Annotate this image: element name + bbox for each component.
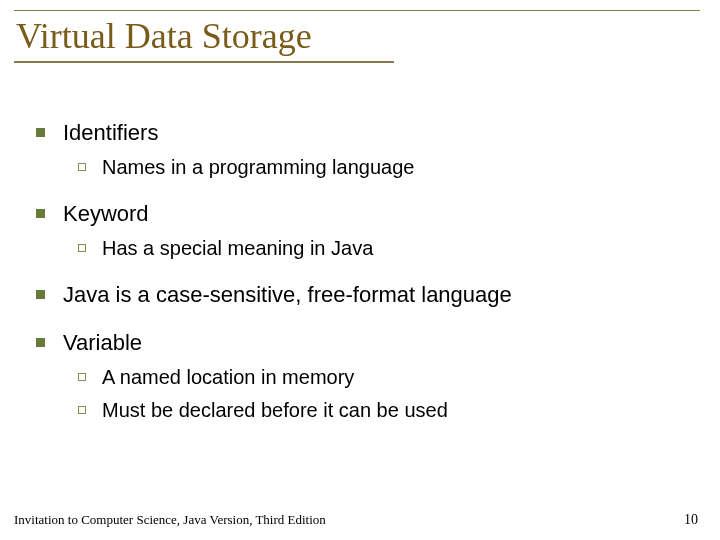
bullet-text: Must be declared before it can be used xyxy=(102,399,448,422)
slide-title: Virtual Data Storage xyxy=(14,13,700,63)
group-keyword: Keyword Has a special meaning in Java xyxy=(36,201,690,260)
group-case-sensitive: Java is a case-sensitive, free-format la… xyxy=(36,282,690,308)
bullet-lvl1: Keyword xyxy=(36,201,690,227)
bullet-lvl2: Names in a programming language xyxy=(78,156,690,179)
bullet-lvl2: Must be declared before it can be used xyxy=(78,399,690,422)
bullet-lvl1: Identifiers xyxy=(36,120,690,146)
square-bullet-icon xyxy=(36,209,45,218)
group-identifiers: Identifiers Names in a programming langu… xyxy=(36,120,690,179)
page-number: 10 xyxy=(684,512,698,528)
square-bullet-icon xyxy=(36,128,45,137)
square-bullet-icon xyxy=(36,290,45,299)
bullet-lvl2: A named location in memory xyxy=(78,366,690,389)
hollow-square-icon xyxy=(78,163,86,171)
bullet-lvl1: Variable xyxy=(36,330,690,356)
title-block: Virtual Data Storage xyxy=(14,10,700,63)
footer-text: Invitation to Computer Science, Java Ver… xyxy=(14,512,326,528)
bullet-lvl2: Has a special meaning in Java xyxy=(78,237,690,260)
bullet-text: Keyword xyxy=(63,201,149,227)
hollow-square-icon xyxy=(78,373,86,381)
hollow-square-icon xyxy=(78,406,86,414)
bullet-text: Java is a case-sensitive, free-format la… xyxy=(63,282,512,308)
group-variable: Variable A named location in memory Must… xyxy=(36,330,690,422)
bullet-text: Has a special meaning in Java xyxy=(102,237,373,260)
hollow-square-icon xyxy=(78,244,86,252)
bullet-text: Identifiers xyxy=(63,120,158,146)
bullet-lvl1: Java is a case-sensitive, free-format la… xyxy=(36,282,690,308)
title-rule-bottom xyxy=(14,61,394,63)
bullet-text: Names in a programming language xyxy=(102,156,414,179)
title-rule-top xyxy=(14,10,700,11)
bullet-text: Variable xyxy=(63,330,142,356)
slide: Virtual Data Storage Identifiers Names i… xyxy=(0,0,720,540)
content-area: Identifiers Names in a programming langu… xyxy=(36,120,690,444)
square-bullet-icon xyxy=(36,338,45,347)
bullet-text: A named location in memory xyxy=(102,366,354,389)
